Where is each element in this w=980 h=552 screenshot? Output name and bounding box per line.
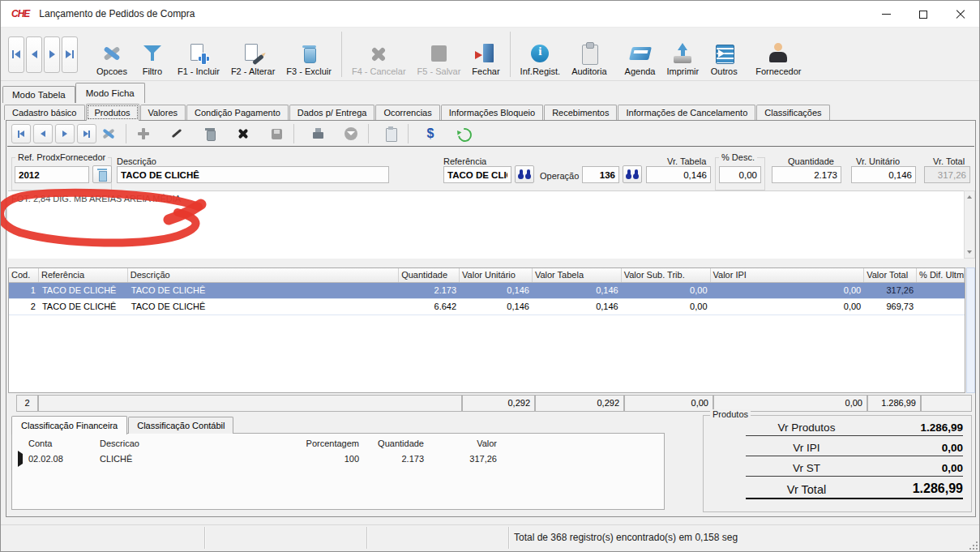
tab-informacoes-bloqueio[interactable]: Informações Bloqueio xyxy=(441,105,543,120)
record-refresh-button[interactable] xyxy=(454,124,473,143)
clear-ref-button[interactable] xyxy=(92,165,112,183)
tab-produtos[interactable]: Produtos xyxy=(86,104,139,121)
col-header[interactable]: Referência xyxy=(39,268,128,282)
app-logo-icon: CHE xyxy=(11,8,29,19)
imprimir-button[interactable]: Imprimir xyxy=(661,31,705,78)
quantidade-input[interactable] xyxy=(772,166,841,183)
tab-valores[interactable]: Valores xyxy=(140,105,186,120)
record-save-button[interactable] xyxy=(267,124,286,143)
col-header[interactable]: % Dif. Ultm. C xyxy=(917,268,965,282)
col-header: Porcentagem xyxy=(282,439,359,448)
agenda-button[interactable]: Agenda xyxy=(619,31,661,78)
nav-first-button[interactable] xyxy=(8,36,24,73)
produtos-group-label: Produtos xyxy=(710,409,751,419)
col-header[interactable]: Valor Total xyxy=(864,268,917,282)
clipboard-icon xyxy=(383,126,398,141)
inf-regist-button[interactable]: Inf.Regist. xyxy=(515,31,567,78)
auditoria-button[interactable]: Auditoria xyxy=(566,31,612,78)
tab-classificacao-financeira[interactable]: Classificação Financeira xyxy=(11,416,127,434)
tab-ocorrencias[interactable]: Ocorrencias xyxy=(375,105,439,120)
desc-pct-input[interactable] xyxy=(719,166,761,183)
total-row-vr-produtos: Vr Produtos 1.286,99 xyxy=(746,417,963,436)
record-values-button[interactable] xyxy=(421,124,440,143)
summary-vr-total: 1.286,99 xyxy=(867,395,921,412)
record-print-button[interactable] xyxy=(308,124,327,143)
record-edit-button[interactable] xyxy=(167,124,186,143)
record-first-button[interactable] xyxy=(11,124,31,143)
close-button[interactable] xyxy=(942,1,979,28)
referencia-search-button[interactable] xyxy=(515,165,534,183)
trash-icon xyxy=(297,41,321,66)
tab-modo-ficha[interactable]: Modo Ficha xyxy=(75,83,145,103)
scroll-down-icon[interactable] xyxy=(965,246,974,258)
printer-icon xyxy=(670,41,695,66)
col-header: Descricao xyxy=(100,439,282,448)
outros-button[interactable]: Outros xyxy=(704,31,743,78)
col-header[interactable]: Valor Sub. Trib. xyxy=(622,268,711,282)
record-prev-button[interactable] xyxy=(33,124,53,143)
summary-vr-sub-trib: 0,00 xyxy=(624,395,713,412)
binoculars-icon xyxy=(517,169,532,180)
operacao-search-button[interactable] xyxy=(623,165,642,183)
grid-summary-row: 2 0,292 0,292 0,00 0,00 1.286,99 xyxy=(8,395,972,413)
f3-excluir-button[interactable]: F3 - Excluir xyxy=(280,31,337,78)
wrench-tools-icon xyxy=(101,126,116,141)
filter-circle-icon xyxy=(344,126,358,141)
tab-recebimentos[interactable]: Recebimentos xyxy=(544,105,617,120)
record-filter-button[interactable] xyxy=(341,124,361,143)
descricao-input[interactable] xyxy=(117,166,389,183)
record-delete-button[interactable] xyxy=(200,124,220,143)
record-clipboard-button[interactable] xyxy=(381,124,400,143)
opcoes-button[interactable]: Opcoes xyxy=(91,31,133,78)
col-header[interactable]: Valor IPI xyxy=(711,268,865,282)
f2-alterar-button[interactable]: F2 - Alterar xyxy=(225,31,280,78)
document-pencil-icon xyxy=(241,41,265,66)
minimize-button[interactable] xyxy=(867,1,905,28)
referencia-label: Referência xyxy=(443,156,486,166)
observacao-memo[interactable]: FOT. 2,84 DIG. MB AREIAS AREIA MÉDIA xyxy=(8,190,964,259)
record-cancel-button[interactable] xyxy=(233,124,253,143)
scroll-up-icon[interactable] xyxy=(965,191,974,203)
nav-next-button[interactable] xyxy=(44,36,60,73)
operacao-input[interactable] xyxy=(582,166,619,183)
record-add-button[interactable] xyxy=(134,124,153,143)
summary-vr-tabela: 0,292 xyxy=(535,395,624,412)
resize-grip[interactable] xyxy=(968,540,978,550)
tab-classificacoes[interactable]: Classificações xyxy=(756,105,829,120)
classif-row[interactable]: 02.02.08 CLICHÊ 100 2.173 317,26 xyxy=(12,454,664,464)
record-last-button[interactable] xyxy=(77,124,96,143)
record-next-button[interactable] xyxy=(55,124,75,143)
record-options-button[interactable] xyxy=(99,124,118,143)
fornecedor-button[interactable]: Fornecedor xyxy=(750,31,807,78)
f1-incluir-button[interactable]: F1 - Incluir xyxy=(172,31,225,78)
tab-cadastro-basico[interactable]: Cadastro básico xyxy=(4,105,85,120)
summary-spacer xyxy=(38,395,462,412)
table-row[interactable]: 2 TACO DE CLICHÊ TACO DE CLICHÊ 6.642 0,… xyxy=(9,299,965,315)
nav-prev-button[interactable] xyxy=(26,36,42,73)
col-header[interactable]: Valor Tabela xyxy=(533,268,622,282)
col-header[interactable]: Descrição xyxy=(128,268,399,282)
col-header[interactable]: Quantidade xyxy=(399,268,460,282)
referencia-input[interactable] xyxy=(443,166,511,183)
tab-classificacao-contabil[interactable]: Classificação Contábil xyxy=(128,417,233,434)
save-disk-icon xyxy=(426,41,451,66)
grid-scrollbar[interactable] xyxy=(966,267,975,393)
memo-scrollbar[interactable] xyxy=(964,190,975,259)
vr-tabela-input[interactable] xyxy=(646,166,711,183)
window-title: Lançamento de Pedidos de Compra xyxy=(39,8,195,19)
nav-last-button[interactable] xyxy=(62,36,78,73)
col-header[interactable]: Valor Unitário xyxy=(460,268,533,282)
col-header[interactable]: Cod. xyxy=(9,268,39,282)
summary-count: 2 xyxy=(16,395,38,412)
tab-condicao-pagamento[interactable]: Condição Pagamento xyxy=(186,105,289,120)
mode-tabs: Modo Tabela Modo Ficha xyxy=(2,83,145,103)
tab-informacoes-cancelamento[interactable]: Informações de Cancelamento xyxy=(618,105,755,120)
fechar-button[interactable]: Fechar xyxy=(466,31,505,78)
maximize-button[interactable] xyxy=(905,1,942,28)
tab-dados-entrega[interactable]: Dados p/ Entrega xyxy=(289,105,375,120)
ref-prodx-input[interactable] xyxy=(15,166,89,183)
filtro-button[interactable]: Filtro xyxy=(133,31,172,78)
vr-unitario-input[interactable] xyxy=(851,166,916,183)
table-row-selected[interactable]: 1 TACO DE CLICHÊ TACO DE CLICHÊ 2.173 0,… xyxy=(9,283,965,299)
tab-modo-tabela[interactable]: Modo Tabela xyxy=(2,86,75,103)
